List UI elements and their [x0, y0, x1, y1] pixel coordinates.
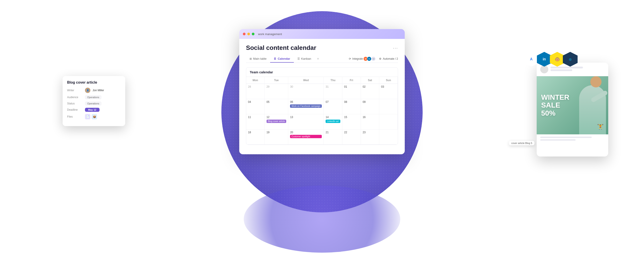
writer-avatar: 👤: [85, 88, 90, 93]
cal-day-02[interactable]: 02: [361, 84, 380, 99]
cal-event-facebook[interactable]: Work on Facebook campaign: [290, 104, 322, 108]
cal-day-30[interactable]: 30: [288, 84, 324, 99]
file-icon-dropbox[interactable]: 📦: [92, 114, 97, 120]
deadline-value[interactable]: May 12: [85, 108, 100, 112]
cal-day-num: 16: [363, 116, 378, 119]
cal-day-05[interactable]: 05: [265, 99, 288, 114]
cal-day-23[interactable]: 23: [361, 130, 380, 145]
cal-event-blog[interactable]: Blog cover article: [266, 120, 286, 123]
cal-day-06[interactable]: 06 Work on Facebook campaign: [288, 99, 324, 114]
cal-day-num: 21: [326, 131, 340, 134]
cal-day-num: 29: [266, 85, 286, 88]
writer-value: Jon Miller: [92, 89, 104, 92]
cal-header-mon: Mon: [246, 77, 265, 84]
cal-day-num: 18: [248, 131, 263, 134]
cal-day-08[interactable]: 08: [342, 99, 361, 114]
cal-day-14[interactable]: 14 LinkedIn ad: [324, 114, 342, 130]
calendar-icon: 🗓: [274, 57, 276, 60]
ad-line-2: [550, 69, 572, 71]
scene-wrapper: work management Social content calendar …: [0, 0, 644, 275]
file-icon-monday[interactable]: 📄: [85, 114, 90, 120]
writer-label: Writer: [67, 89, 83, 92]
ad-dumbbell-icon: 🏋️: [597, 124, 604, 130]
window-title: work management: [258, 32, 282, 36]
cal-day-15[interactable]: 15: [342, 114, 361, 130]
tab-main-table[interactable]: ⊞ Main table: [246, 55, 270, 62]
cal-day-empty-3: [379, 130, 398, 145]
calendar-container: Team calendar Mon Tue Wed Thu Fri Sat Su…: [246, 67, 398, 145]
cal-event-customer[interactable]: Customer spotlight: [290, 135, 322, 138]
cal-day-21[interactable]: 21: [324, 130, 342, 145]
window-maximize-button[interactable]: [252, 33, 254, 35]
cal-day-num: 22: [344, 131, 359, 134]
cal-day-num: 14: [326, 116, 340, 119]
more-options-button[interactable]: ···: [393, 46, 398, 50]
cal-day-04[interactable]: 04: [246, 99, 265, 114]
tab-kanban[interactable]: ☰ Kanban: [294, 55, 315, 62]
automate-icon: ⚙: [379, 57, 382, 60]
tab-actions: ⟳ Integrate M G +2 ⚙ Automate / 2: [349, 56, 398, 61]
ad-bottom-line-1: [540, 136, 592, 138]
cal-header-fri: Fri: [342, 77, 361, 84]
integrate-icon: ⟳: [349, 57, 351, 60]
cal-day-03[interactable]: 03: [379, 84, 398, 99]
cal-day-19[interactable]: 19: [265, 130, 288, 145]
kanban-icon: ☰: [298, 57, 300, 60]
status-value[interactable]: Operations: [85, 102, 102, 106]
cal-day-12[interactable]: 12 Blog cover article: [265, 114, 288, 130]
cal-day-num: 28: [248, 85, 263, 88]
cal-day-empty-2: [379, 114, 398, 130]
table-icon: ⊞: [250, 57, 252, 60]
ad-image: WINTERSALE50% 🏋️: [537, 76, 608, 134]
blog-card-row-files: Files 📄 📦: [67, 114, 121, 120]
audience-label: Audience: [67, 96, 83, 99]
blog-card-row-status: Status Operations: [67, 102, 121, 106]
cal-day-07[interactable]: 07: [324, 99, 342, 114]
cal-day-31[interactable]: 31: [324, 84, 342, 99]
hex-icon-group: A in 🐵 ◎: [526, 52, 578, 67]
tab-add-button[interactable]: +: [314, 55, 321, 62]
window-minimize-button[interactable]: [247, 33, 250, 35]
cal-day-13[interactable]: 13: [288, 114, 324, 130]
int-avatar-2: G: [367, 56, 372, 61]
hex-fourth[interactable]: ◎: [562, 52, 578, 67]
integrate-action[interactable]: ⟳ Integrate M G +2: [349, 56, 376, 61]
cal-day-num: 31: [326, 85, 340, 88]
cal-day-22[interactable]: 22: [342, 130, 361, 145]
cal-day-num: 12: [266, 116, 286, 119]
blog-card-row-deadline: Deadline May 12: [67, 108, 121, 112]
page-title: Social content calendar: [246, 44, 316, 52]
blog-card-title: Blog cover article: [67, 80, 121, 84]
window-close-button[interactable]: [243, 33, 246, 35]
ad-bottom-line-2: [540, 139, 576, 141]
tab-main-table-label: Main table: [253, 57, 266, 60]
cal-day-num: 23: [363, 131, 378, 134]
blog5-label: cover article Blog 5: [511, 142, 532, 144]
cal-day-28[interactable]: 28: [246, 84, 265, 99]
cal-day-09[interactable]: 09: [361, 99, 380, 114]
cal-day-01[interactable]: 01: [342, 84, 361, 99]
cal-header-wed: Wed: [288, 77, 324, 84]
cal-day-29[interactable]: 29: [265, 84, 288, 99]
calendar-grid: Mon Tue Wed Thu Fri Sat Sun 28 29 30 31 …: [246, 77, 398, 145]
cal-day-18[interactable]: 18: [246, 130, 265, 145]
blog-card: Blog cover article Writer 👤 Jon Miller A…: [62, 76, 125, 126]
cal-header-tue: Tue: [265, 77, 288, 84]
window-titlebar: work management: [239, 29, 405, 39]
blog5-tag: cover article Blog 5: [509, 141, 534, 145]
automate-action[interactable]: ⚙ Automate / 2: [379, 57, 398, 60]
ad-preview-card: WINTERSALE50% 🏋️: [537, 62, 608, 156]
cal-day-num: 07: [326, 100, 340, 104]
cal-day-11[interactable]: 11: [246, 114, 265, 130]
cal-day-num: 05: [266, 100, 286, 104]
tab-calendar-label: Calendar: [278, 57, 290, 60]
cal-event-linkedin[interactable]: LinkedIn ad: [326, 120, 340, 123]
cal-header-sat: Sat: [361, 77, 380, 84]
cal-day-num: 30: [290, 85, 322, 88]
tab-calendar[interactable]: 🗓 Calendar: [270, 55, 294, 62]
audience-value[interactable]: Operations: [85, 95, 102, 99]
cal-day-16[interactable]: 16: [361, 114, 380, 130]
cal-day-num: 20: [290, 131, 322, 134]
cal-day-20[interactable]: 20 Customer spotlight: [288, 130, 324, 145]
app-window: work management Social content calendar …: [239, 29, 405, 154]
